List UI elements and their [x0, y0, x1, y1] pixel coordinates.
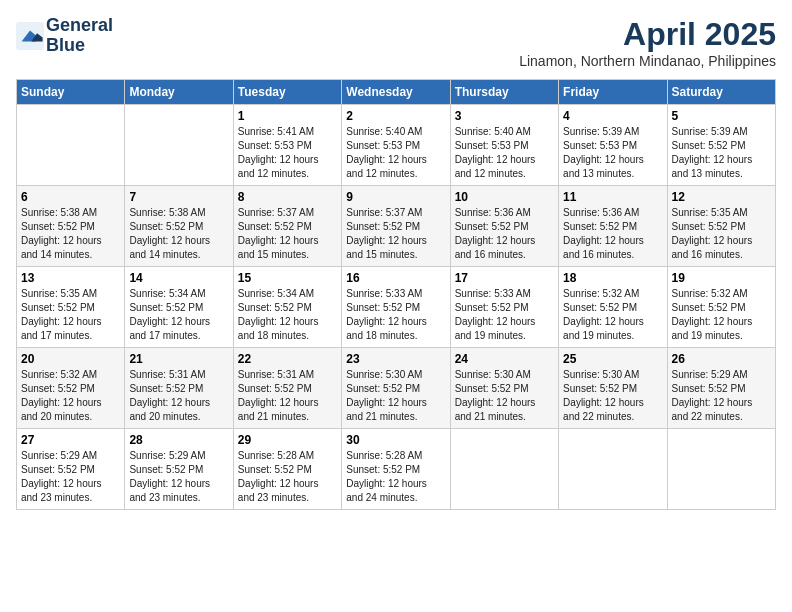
logo-text: General Blue [46, 16, 113, 56]
calendar-cell: 25Sunrise: 5:30 AM Sunset: 5:52 PM Dayli… [559, 348, 667, 429]
day-number: 3 [455, 109, 554, 123]
day-number: 8 [238, 190, 337, 204]
day-number: 2 [346, 109, 445, 123]
day-number: 19 [672, 271, 771, 285]
calendar-cell: 15Sunrise: 5:34 AM Sunset: 5:52 PM Dayli… [233, 267, 341, 348]
day-info: Sunrise: 5:33 AM Sunset: 5:52 PM Dayligh… [346, 287, 445, 343]
day-number: 6 [21, 190, 120, 204]
weekday-header-thursday: Thursday [450, 80, 558, 105]
calendar-cell: 13Sunrise: 5:35 AM Sunset: 5:52 PM Dayli… [17, 267, 125, 348]
day-info: Sunrise: 5:30 AM Sunset: 5:52 PM Dayligh… [563, 368, 662, 424]
day-number: 9 [346, 190, 445, 204]
day-info: Sunrise: 5:41 AM Sunset: 5:53 PM Dayligh… [238, 125, 337, 181]
day-info: Sunrise: 5:38 AM Sunset: 5:52 PM Dayligh… [129, 206, 228, 262]
day-info: Sunrise: 5:34 AM Sunset: 5:52 PM Dayligh… [129, 287, 228, 343]
calendar-cell [450, 429, 558, 510]
day-info: Sunrise: 5:30 AM Sunset: 5:52 PM Dayligh… [455, 368, 554, 424]
calendar-cell: 23Sunrise: 5:30 AM Sunset: 5:52 PM Dayli… [342, 348, 450, 429]
weekday-header-sunday: Sunday [17, 80, 125, 105]
calendar-cell: 2Sunrise: 5:40 AM Sunset: 5:53 PM Daylig… [342, 105, 450, 186]
location-subtitle: Linamon, Northern Mindanao, Philippines [519, 53, 776, 69]
day-info: Sunrise: 5:28 AM Sunset: 5:52 PM Dayligh… [238, 449, 337, 505]
day-info: Sunrise: 5:32 AM Sunset: 5:52 PM Dayligh… [563, 287, 662, 343]
day-info: Sunrise: 5:39 AM Sunset: 5:52 PM Dayligh… [672, 125, 771, 181]
weekday-header-friday: Friday [559, 80, 667, 105]
day-number: 14 [129, 271, 228, 285]
calendar-week-3: 13Sunrise: 5:35 AM Sunset: 5:52 PM Dayli… [17, 267, 776, 348]
day-info: Sunrise: 5:38 AM Sunset: 5:52 PM Dayligh… [21, 206, 120, 262]
day-number: 12 [672, 190, 771, 204]
calendar-cell: 20Sunrise: 5:32 AM Sunset: 5:52 PM Dayli… [17, 348, 125, 429]
calendar-table: SundayMondayTuesdayWednesdayThursdayFrid… [16, 79, 776, 510]
logo: General Blue [16, 16, 113, 56]
weekday-header-tuesday: Tuesday [233, 80, 341, 105]
day-number: 10 [455, 190, 554, 204]
calendar-cell: 11Sunrise: 5:36 AM Sunset: 5:52 PM Dayli… [559, 186, 667, 267]
day-number: 21 [129, 352, 228, 366]
calendar-cell: 30Sunrise: 5:28 AM Sunset: 5:52 PM Dayli… [342, 429, 450, 510]
weekday-header-wednesday: Wednesday [342, 80, 450, 105]
day-number: 4 [563, 109, 662, 123]
calendar-cell: 27Sunrise: 5:29 AM Sunset: 5:52 PM Dayli… [17, 429, 125, 510]
calendar-cell [667, 429, 775, 510]
day-info: Sunrise: 5:40 AM Sunset: 5:53 PM Dayligh… [455, 125, 554, 181]
day-number: 22 [238, 352, 337, 366]
day-info: Sunrise: 5:35 AM Sunset: 5:52 PM Dayligh… [672, 206, 771, 262]
weekday-header-saturday: Saturday [667, 80, 775, 105]
calendar-cell: 24Sunrise: 5:30 AM Sunset: 5:52 PM Dayli… [450, 348, 558, 429]
calendar-week-2: 6Sunrise: 5:38 AM Sunset: 5:52 PM Daylig… [17, 186, 776, 267]
day-number: 29 [238, 433, 337, 447]
weekday-header-row: SundayMondayTuesdayWednesdayThursdayFrid… [17, 80, 776, 105]
day-number: 27 [21, 433, 120, 447]
day-number: 5 [672, 109, 771, 123]
day-number: 7 [129, 190, 228, 204]
title-area: April 2025 Linamon, Northern Mindanao, P… [519, 16, 776, 69]
day-number: 1 [238, 109, 337, 123]
weekday-header-monday: Monday [125, 80, 233, 105]
calendar-cell: 21Sunrise: 5:31 AM Sunset: 5:52 PM Dayli… [125, 348, 233, 429]
calendar-cell: 7Sunrise: 5:38 AM Sunset: 5:52 PM Daylig… [125, 186, 233, 267]
day-number: 11 [563, 190, 662, 204]
calendar-cell: 19Sunrise: 5:32 AM Sunset: 5:52 PM Dayli… [667, 267, 775, 348]
calendar-cell: 9Sunrise: 5:37 AM Sunset: 5:52 PM Daylig… [342, 186, 450, 267]
calendar-cell: 29Sunrise: 5:28 AM Sunset: 5:52 PM Dayli… [233, 429, 341, 510]
calendar-week-5: 27Sunrise: 5:29 AM Sunset: 5:52 PM Dayli… [17, 429, 776, 510]
day-info: Sunrise: 5:35 AM Sunset: 5:52 PM Dayligh… [21, 287, 120, 343]
calendar-cell: 26Sunrise: 5:29 AM Sunset: 5:52 PM Dayli… [667, 348, 775, 429]
day-number: 24 [455, 352, 554, 366]
day-number: 15 [238, 271, 337, 285]
day-number: 18 [563, 271, 662, 285]
page-header: General Blue April 2025 Linamon, Norther… [16, 16, 776, 69]
day-info: Sunrise: 5:36 AM Sunset: 5:52 PM Dayligh… [563, 206, 662, 262]
day-info: Sunrise: 5:28 AM Sunset: 5:52 PM Dayligh… [346, 449, 445, 505]
calendar-cell: 16Sunrise: 5:33 AM Sunset: 5:52 PM Dayli… [342, 267, 450, 348]
day-info: Sunrise: 5:31 AM Sunset: 5:52 PM Dayligh… [238, 368, 337, 424]
day-info: Sunrise: 5:33 AM Sunset: 5:52 PM Dayligh… [455, 287, 554, 343]
logo-icon [16, 22, 44, 50]
day-number: 30 [346, 433, 445, 447]
day-info: Sunrise: 5:29 AM Sunset: 5:52 PM Dayligh… [129, 449, 228, 505]
calendar-cell: 5Sunrise: 5:39 AM Sunset: 5:52 PM Daylig… [667, 105, 775, 186]
logo-line1: General [46, 16, 113, 36]
day-number: 20 [21, 352, 120, 366]
calendar-cell: 4Sunrise: 5:39 AM Sunset: 5:53 PM Daylig… [559, 105, 667, 186]
calendar-cell: 14Sunrise: 5:34 AM Sunset: 5:52 PM Dayli… [125, 267, 233, 348]
calendar-cell [559, 429, 667, 510]
day-number: 25 [563, 352, 662, 366]
day-info: Sunrise: 5:29 AM Sunset: 5:52 PM Dayligh… [21, 449, 120, 505]
day-info: Sunrise: 5:36 AM Sunset: 5:52 PM Dayligh… [455, 206, 554, 262]
day-info: Sunrise: 5:32 AM Sunset: 5:52 PM Dayligh… [21, 368, 120, 424]
calendar-cell: 8Sunrise: 5:37 AM Sunset: 5:52 PM Daylig… [233, 186, 341, 267]
day-number: 16 [346, 271, 445, 285]
day-info: Sunrise: 5:37 AM Sunset: 5:52 PM Dayligh… [238, 206, 337, 262]
day-number: 28 [129, 433, 228, 447]
calendar-week-4: 20Sunrise: 5:32 AM Sunset: 5:52 PM Dayli… [17, 348, 776, 429]
calendar-cell: 12Sunrise: 5:35 AM Sunset: 5:52 PM Dayli… [667, 186, 775, 267]
month-title: April 2025 [519, 16, 776, 53]
day-info: Sunrise: 5:29 AM Sunset: 5:52 PM Dayligh… [672, 368, 771, 424]
day-info: Sunrise: 5:30 AM Sunset: 5:52 PM Dayligh… [346, 368, 445, 424]
calendar-cell: 1Sunrise: 5:41 AM Sunset: 5:53 PM Daylig… [233, 105, 341, 186]
day-info: Sunrise: 5:40 AM Sunset: 5:53 PM Dayligh… [346, 125, 445, 181]
calendar-cell: 22Sunrise: 5:31 AM Sunset: 5:52 PM Dayli… [233, 348, 341, 429]
calendar-cell [17, 105, 125, 186]
